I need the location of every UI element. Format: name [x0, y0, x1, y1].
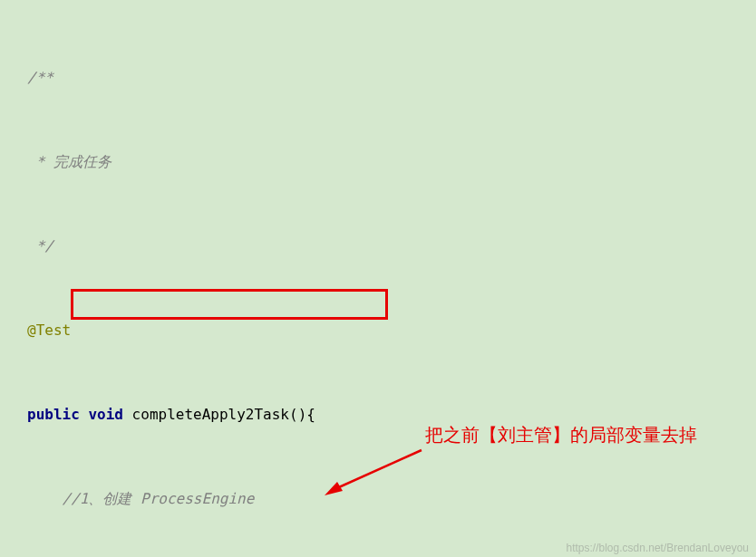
comment-text: */ [27, 237, 53, 254]
arrow-icon [317, 446, 426, 500]
svg-marker-1 [325, 482, 343, 495]
highlight-box [71, 289, 388, 320]
code-line: * 完成任务 [0, 148, 756, 176]
annotation-text: @Test [27, 322, 71, 339]
comment-text: * 完成任务 [27, 153, 111, 170]
code-line: /** [0, 63, 756, 91]
comment-text: /** [27, 69, 53, 86]
watermark-text: https://blog.csdn.net/BrendanLoveyou [567, 542, 749, 554]
code-line: */ [0, 232, 756, 260]
svg-line-0 [331, 450, 422, 491]
code-line: @Test [0, 316, 756, 344]
annotation-label: 把之前【刘主管】的局部变量去掉 [425, 422, 751, 447]
